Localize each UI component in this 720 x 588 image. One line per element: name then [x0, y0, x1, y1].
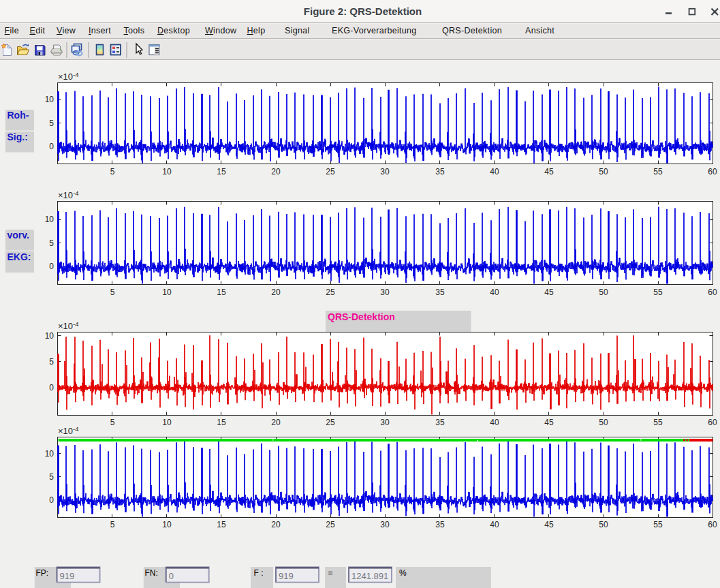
svg-text:60: 60: [708, 288, 717, 297]
svg-text:10: 10: [162, 167, 172, 176]
svg-text:0: 0: [169, 571, 174, 581]
svg-text:25: 25: [326, 418, 335, 427]
svg-text:45: 45: [544, 167, 554, 176]
svg-text:30: 30: [380, 418, 390, 427]
svg-text:50: 50: [599, 520, 608, 529]
svg-text:15: 15: [217, 520, 226, 529]
svg-text:55: 55: [653, 167, 663, 176]
svg-text:×10-4: ×10-4: [58, 425, 79, 437]
svg-text:35: 35: [435, 520, 445, 529]
svg-text:0: 0: [49, 495, 54, 505]
svg-text:25: 25: [326, 167, 335, 176]
svg-text:30: 30: [380, 288, 390, 297]
svg-text:5: 5: [49, 238, 54, 248]
svg-text:40: 40: [490, 288, 499, 297]
svg-text:×10-4: ×10-4: [58, 189, 79, 201]
svg-text:10: 10: [45, 331, 54, 341]
svg-text:35: 35: [435, 167, 445, 176]
svg-text:25: 25: [326, 288, 335, 297]
svg-text:15: 15: [217, 288, 226, 297]
svg-text:5: 5: [49, 472, 54, 482]
svg-text:20: 20: [271, 167, 281, 176]
svg-text:55: 55: [653, 288, 663, 297]
svg-text:30: 30: [380, 520, 390, 529]
svg-text:×10-4: ×10-4: [58, 320, 79, 332]
svg-text:QRS-Detektion: QRS-Detektion: [328, 311, 395, 322]
svg-text:%: %: [399, 568, 407, 578]
svg-text:60: 60: [708, 418, 717, 427]
svg-text:0: 0: [49, 262, 54, 271]
svg-text:35: 35: [435, 288, 445, 297]
svg-text:50: 50: [599, 167, 608, 176]
svg-text:Sig.:: Sig.:: [7, 131, 28, 142]
svg-text:5: 5: [110, 167, 115, 176]
svg-text:10: 10: [162, 520, 172, 529]
svg-text:10: 10: [45, 449, 54, 459]
svg-text:55: 55: [653, 418, 663, 427]
svg-text:15: 15: [217, 418, 226, 427]
svg-text:40: 40: [490, 418, 499, 427]
svg-text:FN:: FN:: [145, 568, 158, 578]
svg-text:10: 10: [45, 215, 54, 224]
svg-text:10: 10: [162, 418, 172, 427]
svg-text:×10-4: ×10-4: [58, 71, 79, 82]
svg-text:10: 10: [162, 288, 172, 297]
svg-text:55: 55: [653, 520, 663, 529]
svg-text:60: 60: [708, 520, 717, 529]
svg-text:20: 20: [271, 288, 281, 297]
svg-text:5: 5: [49, 119, 54, 128]
svg-text:5: 5: [49, 357, 54, 367]
svg-text:919: 919: [60, 571, 75, 581]
svg-text:45: 45: [544, 418, 554, 427]
svg-text:Roh-: Roh-: [7, 110, 29, 121]
svg-text:30: 30: [380, 167, 390, 176]
svg-text:5: 5: [110, 520, 115, 529]
svg-text:20: 20: [271, 520, 281, 529]
svg-text:60: 60: [708, 167, 717, 176]
svg-text:F :: F :: [254, 568, 264, 578]
svg-text:5: 5: [110, 288, 115, 297]
svg-text:10: 10: [45, 95, 54, 104]
svg-text:5: 5: [110, 418, 115, 427]
svg-text:50: 50: [599, 288, 608, 297]
svg-text:0: 0: [49, 383, 54, 392]
svg-text:20: 20: [271, 418, 281, 427]
svg-text:vorv.: vorv.: [7, 230, 29, 241]
svg-text:40: 40: [490, 167, 499, 176]
svg-text:40: 40: [490, 520, 499, 529]
svg-text:35: 35: [435, 418, 445, 427]
svg-text:0: 0: [49, 142, 54, 151]
svg-text:=: =: [328, 568, 333, 578]
svg-text:1241.891: 1241.891: [351, 571, 388, 581]
svg-text:EKG:: EKG:: [7, 251, 31, 262]
svg-text:FP:: FP:: [36, 568, 49, 578]
svg-text:25: 25: [326, 520, 335, 529]
svg-text:50: 50: [599, 418, 608, 427]
svg-text:45: 45: [544, 520, 554, 529]
svg-text:45: 45: [544, 288, 554, 297]
svg-text:919: 919: [279, 571, 294, 581]
svg-text:15: 15: [217, 167, 226, 176]
